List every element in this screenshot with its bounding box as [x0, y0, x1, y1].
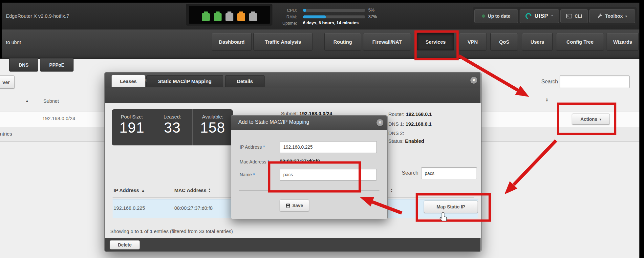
sort-asc-icon: ▲: [141, 188, 145, 192]
port-status-panel: [189, 6, 270, 24]
nav-tab-services[interactable]: Services: [417, 33, 454, 51]
uisp-label: UISP: [534, 13, 548, 19]
subtab-dns[interactable]: DNS: [9, 58, 38, 72]
pool-stats-card: Pool Size: 191 Leased: 33 Available: 158: [112, 109, 233, 145]
leases-col-mac[interactable]: MAC Address ▴▾: [174, 187, 210, 193]
required-asterisk: *: [253, 172, 255, 177]
page-search-input[interactable]: [560, 75, 630, 88]
leases-col-ip[interactable]: IP Address ▲: [114, 187, 145, 193]
nav-tab-dashboard[interactable]: Dashboard: [212, 33, 252, 51]
info-status-label: Status:: [388, 138, 404, 144]
sort-asc-icon[interactable]: ▲: [25, 99, 29, 103]
uisp-logo-icon: [525, 13, 532, 19]
frame-right: [639, 0, 644, 258]
mac-address-field-label: Mac Address*: [240, 159, 269, 164]
leases-search-label: Search: [402, 170, 419, 176]
info-router: Router: 192.168.0.1: [388, 111, 432, 117]
eth-port-icon: [225, 13, 233, 21]
edgeos-app: EdgeRouter X v2.0.9-hotfix.7 CPU: RAM: U…: [0, 0, 644, 258]
dialog-divider: [239, 190, 379, 191]
close-icon[interactable]: ×: [376, 119, 383, 126]
stat-label: Pool Size:: [112, 114, 152, 119]
terminal-icon: [566, 14, 572, 18]
eth-port-icon: [214, 13, 222, 21]
info-dns1-value: 192.168.0.1: [406, 121, 432, 127]
ip-address-field-label: IP Address*: [240, 144, 265, 150]
chevron-down-icon: ▾: [600, 118, 601, 121]
stat-label: Leased:: [152, 114, 192, 119]
info-dns1-label: DNS 1:: [388, 121, 404, 127]
hostname-text: to ubnt: [6, 39, 21, 45]
info-dns2: DNS 2:: [388, 130, 404, 136]
save-label: Save: [292, 203, 303, 208]
info-dns2-label: DNS 2:: [388, 130, 404, 136]
subnet-cell: 192.168.0.0/24: [42, 116, 75, 121]
ip-address-input[interactable]: [280, 141, 377, 153]
stat-available: Available: 158: [192, 109, 233, 145]
uisp-button[interactable]: UISP™: [520, 9, 559, 23]
entries-text-partial: ntries: [0, 131, 12, 137]
uisp-trademark: ™: [551, 15, 553, 18]
nav-tab-vpn[interactable]: VPN: [459, 33, 486, 51]
nav-tab-traffic-analysis[interactable]: Traffic Analysis: [253, 33, 312, 51]
sort-both-icon[interactable]: ▴▾: [391, 188, 393, 193]
sort-both-icon: ▴▾: [209, 188, 210, 193]
nav-tab-qos[interactable]: QoS: [490, 33, 518, 51]
arrowhead: [504, 181, 517, 194]
tab-details[interactable]: Details: [225, 75, 265, 87]
wrench-icon: [597, 13, 603, 19]
subtab-pppoe[interactable]: PPPoE: [40, 58, 74, 72]
cpu-percent: 5%: [368, 8, 375, 12]
required-asterisk: *: [263, 144, 265, 150]
required-asterisk: *: [268, 159, 269, 164]
nav-tab-firewall-nat[interactable]: Firewall/NAT: [363, 33, 411, 51]
stat-value: 158: [193, 119, 233, 136]
delete-button[interactable]: Delete: [110, 240, 140, 249]
dialog-title: Add to Static MAC/IP Mapping: [238, 119, 309, 125]
eth-port-icon: [237, 13, 245, 21]
ram-progress-bar: [303, 15, 365, 18]
modal-footer: [105, 238, 481, 251]
leases-search-input[interactable]: [421, 167, 477, 179]
info-status-value: Enabled: [405, 138, 424, 144]
save-button[interactable]: Save: [280, 200, 309, 211]
nav-tab-users[interactable]: Users: [522, 33, 553, 51]
name-input[interactable]: [280, 169, 377, 181]
stat-value: 191: [112, 119, 152, 136]
cpu-label: CPU:: [274, 8, 297, 13]
status-dot-icon: [482, 14, 485, 18]
chevron-down-icon: ▾: [625, 14, 627, 18]
tab-static-mac-ip-mapping[interactable]: Static MAC/IP Mapping: [146, 75, 223, 87]
toolbox-button[interactable]: Toolbox ▾: [589, 9, 635, 23]
tab-leases[interactable]: Leases: [112, 75, 145, 87]
uptime-label: Uptime:: [274, 21, 297, 26]
lease-ip-cell: 192.168.0.225: [114, 205, 145, 211]
actions-button[interactable]: Actions ▾: [572, 114, 610, 125]
sort-both-icon[interactable]: ▴▾: [546, 97, 548, 102]
ram-label: RAM:: [274, 14, 297, 19]
cli-button[interactable]: CLI: [560, 9, 588, 23]
ram-percent: 37%: [368, 14, 377, 19]
save-icon: [286, 204, 290, 208]
map-static-ip-button[interactable]: Map Static IP: [424, 201, 478, 213]
arrowhead: [515, 86, 529, 97]
lease-mac-cell: 08:00:27:37:d0:f8: [174, 205, 213, 211]
info-router-label: Router:: [388, 111, 404, 117]
nav-tab-config-tree[interactable]: Config Tree: [556, 33, 604, 51]
frame-top: [0, 0, 644, 3]
subnet-column-header[interactable]: Subnet: [43, 98, 59, 104]
add-dhcp-server-button-partial[interactable]: ver: [0, 75, 15, 89]
arrow-actions-to-map: [514, 140, 556, 185]
sort-down-glyph: ▾: [546, 100, 548, 102]
update-status-button[interactable]: Up to date: [474, 9, 518, 23]
eth-port-icon: [202, 13, 210, 21]
actions-label: Actions: [580, 117, 597, 122]
info-dns1: DNS 1: 192.168.0.1: [388, 121, 432, 127]
toolbox-label: Toolbox: [605, 13, 623, 19]
close-icon[interactable]: ×: [470, 77, 477, 84]
nav-tab-wizards[interactable]: Wizards: [607, 33, 639, 51]
name-field-label: Name*: [240, 172, 255, 177]
stat-pool-size: Pool Size: 191: [112, 109, 152, 145]
frame-left: [0, 3, 2, 58]
nav-tab-routing[interactable]: Routing: [324, 33, 361, 51]
